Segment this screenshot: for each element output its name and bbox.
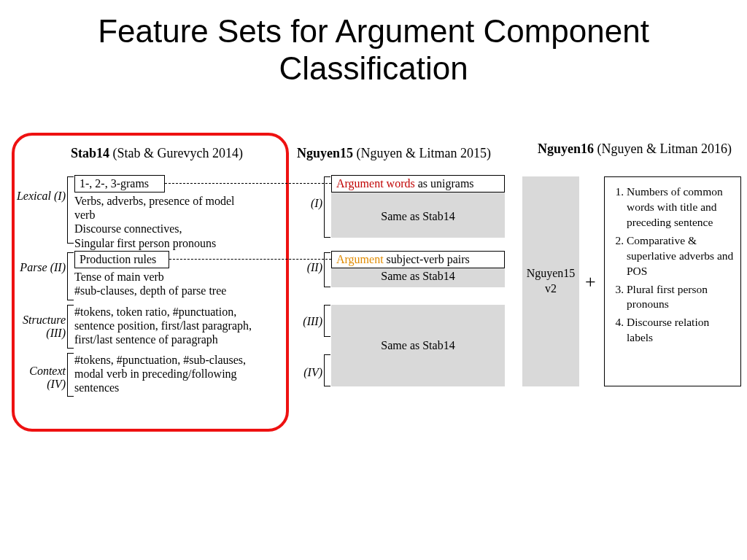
list-item: Numbers of common words with title and p… (627, 184, 735, 230)
box-nguyen15-v2: Nguyen15 v2 (522, 176, 579, 386)
label-parse: Parse (II) (13, 261, 66, 274)
dashed-connector (165, 183, 331, 184)
text-parse-body: Tense of main verb #sub-clauses, depth o… (74, 270, 264, 298)
box-nguyen16-additions: Numbers of common words with title and p… (604, 176, 741, 386)
label-ng15-ii: (II) (293, 261, 322, 274)
text-context-body: #tokens, #punctuation, #sub-clauses, mod… (74, 353, 264, 395)
box-production-rules: Production rules (74, 251, 169, 268)
col-header-nguyen16: Nguyen16 (Nguyen & Litman 2016) (533, 141, 737, 157)
bracket-icon (324, 176, 330, 238)
col-header-stab14: Stab14 (Stab & Gurevych 2014) (44, 146, 270, 161)
list-item: Plural first person pronouns (627, 282, 735, 313)
list-item: Discourse relation labels (627, 315, 735, 346)
label-structure: Structure (III) (13, 314, 66, 341)
bracket-icon (67, 252, 74, 300)
label-context: Context (IV) (13, 365, 66, 392)
diagram-stage: Stab14 (Stab & Gurevych 2014) Nguyen15 (… (0, 146, 747, 525)
box-argument-svpairs: Argument subject-verb pairs (331, 251, 505, 268)
box-argument-words: Argument words as unigrams (331, 175, 505, 192)
list-item: Comparative & superlative adverbs and PO… (627, 233, 735, 279)
bracket-icon (67, 353, 74, 397)
label-lexical: Lexical (I) (13, 190, 66, 203)
col-header-nguyen15: Nguyen15 (Nguyen & Litman 2015) (285, 146, 503, 161)
bracket-icon (67, 176, 74, 244)
bracket-icon (324, 354, 330, 386)
greybox-ng15-iii-iv: Same as Stab14 (331, 305, 505, 386)
text-structure-body: #tokens, token ratio, #punctuation, sent… (74, 305, 271, 347)
text-lexical-body: Verbs, adverbs, presence of model verb D… (74, 194, 246, 250)
bracket-icon (324, 252, 330, 287)
bracket-icon (67, 305, 74, 349)
box-ngrams: 1-, 2-, 3-grams (74, 175, 165, 192)
label-ng15-iii: (III) (293, 315, 322, 328)
label-ng15-i: (I) (293, 197, 322, 210)
slide-title: Feature Sets for Argument Component Clas… (29, 13, 718, 87)
dashed-connector (169, 259, 331, 260)
bracket-icon (324, 305, 330, 337)
plus-icon: + (585, 271, 596, 293)
label-ng15-iv: (IV) (293, 366, 322, 379)
